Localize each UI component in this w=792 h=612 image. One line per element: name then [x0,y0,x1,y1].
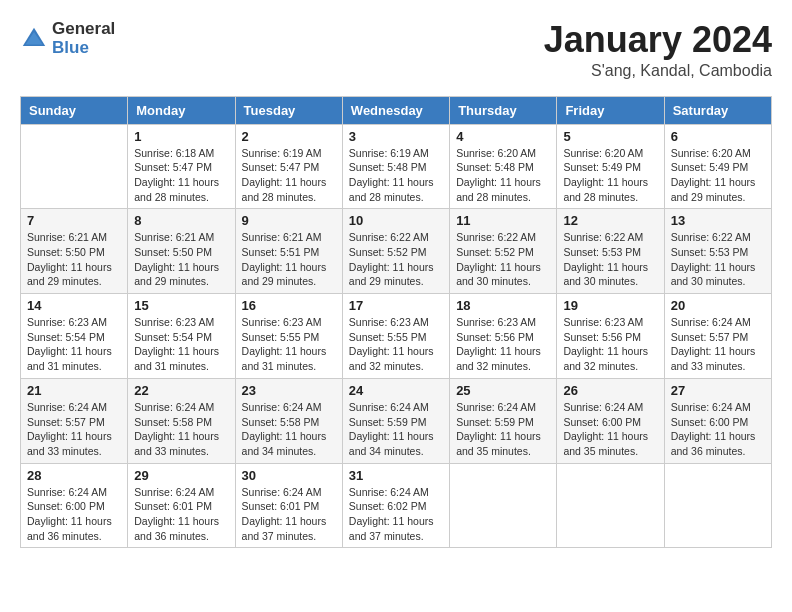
day-number: 13 [671,213,765,228]
calendar-cell: 24Sunrise: 6:24 AM Sunset: 5:59 PM Dayli… [342,378,449,463]
column-header-monday: Monday [128,96,235,124]
day-number: 27 [671,383,765,398]
day-info: Sunrise: 6:19 AM Sunset: 5:48 PM Dayligh… [349,146,443,205]
day-info: Sunrise: 6:24 AM Sunset: 6:01 PM Dayligh… [134,485,228,544]
calendar-cell: 28Sunrise: 6:24 AM Sunset: 6:00 PM Dayli… [21,463,128,548]
day-number: 4 [456,129,550,144]
day-number: 23 [242,383,336,398]
calendar-cell: 2Sunrise: 6:19 AM Sunset: 5:47 PM Daylig… [235,124,342,209]
column-header-saturday: Saturday [664,96,771,124]
column-header-tuesday: Tuesday [235,96,342,124]
calendar-cell [21,124,128,209]
header: General Blue January 2024 S'ang, Kandal,… [20,20,772,80]
calendar-cell: 20Sunrise: 6:24 AM Sunset: 5:57 PM Dayli… [664,294,771,379]
day-info: Sunrise: 6:24 AM Sunset: 6:00 PM Dayligh… [27,485,121,544]
day-number: 20 [671,298,765,313]
calendar-cell: 3Sunrise: 6:19 AM Sunset: 5:48 PM Daylig… [342,124,449,209]
day-info: Sunrise: 6:24 AM Sunset: 5:59 PM Dayligh… [349,400,443,459]
calendar-cell: 10Sunrise: 6:22 AM Sunset: 5:52 PM Dayli… [342,209,449,294]
calendar-cell: 26Sunrise: 6:24 AM Sunset: 6:00 PM Dayli… [557,378,664,463]
subtitle: S'ang, Kandal, Cambodia [544,62,772,80]
day-number: 17 [349,298,443,313]
day-number: 19 [563,298,657,313]
day-number: 18 [456,298,550,313]
day-info: Sunrise: 6:24 AM Sunset: 6:00 PM Dayligh… [563,400,657,459]
day-info: Sunrise: 6:21 AM Sunset: 5:51 PM Dayligh… [242,230,336,289]
day-number: 9 [242,213,336,228]
day-number: 30 [242,468,336,483]
day-number: 21 [27,383,121,398]
calendar-cell: 13Sunrise: 6:22 AM Sunset: 5:53 PM Dayli… [664,209,771,294]
day-info: Sunrise: 6:23 AM Sunset: 5:56 PM Dayligh… [456,315,550,374]
calendar-cell: 18Sunrise: 6:23 AM Sunset: 5:56 PM Dayli… [450,294,557,379]
day-number: 14 [27,298,121,313]
calendar-cell: 4Sunrise: 6:20 AM Sunset: 5:48 PM Daylig… [450,124,557,209]
calendar-cell: 9Sunrise: 6:21 AM Sunset: 5:51 PM Daylig… [235,209,342,294]
day-number: 31 [349,468,443,483]
day-info: Sunrise: 6:24 AM Sunset: 5:58 PM Dayligh… [134,400,228,459]
calendar-body: 1Sunrise: 6:18 AM Sunset: 5:47 PM Daylig… [21,124,772,548]
calendar-cell: 7Sunrise: 6:21 AM Sunset: 5:50 PM Daylig… [21,209,128,294]
day-number: 2 [242,129,336,144]
column-header-wednesday: Wednesday [342,96,449,124]
day-number: 15 [134,298,228,313]
day-number: 5 [563,129,657,144]
calendar-cell: 19Sunrise: 6:23 AM Sunset: 5:56 PM Dayli… [557,294,664,379]
calendar-cell: 29Sunrise: 6:24 AM Sunset: 6:01 PM Dayli… [128,463,235,548]
day-info: Sunrise: 6:22 AM Sunset: 5:52 PM Dayligh… [456,230,550,289]
day-info: Sunrise: 6:24 AM Sunset: 5:57 PM Dayligh… [671,315,765,374]
calendar-cell: 25Sunrise: 6:24 AM Sunset: 5:59 PM Dayli… [450,378,557,463]
logo: General Blue [20,20,115,57]
day-number: 16 [242,298,336,313]
day-info: Sunrise: 6:23 AM Sunset: 5:55 PM Dayligh… [242,315,336,374]
day-number: 25 [456,383,550,398]
calendar-cell [557,463,664,548]
day-info: Sunrise: 6:20 AM Sunset: 5:49 PM Dayligh… [671,146,765,205]
day-info: Sunrise: 6:24 AM Sunset: 5:58 PM Dayligh… [242,400,336,459]
calendar-cell: 6Sunrise: 6:20 AM Sunset: 5:49 PM Daylig… [664,124,771,209]
calendar-cell: 27Sunrise: 6:24 AM Sunset: 6:00 PM Dayli… [664,378,771,463]
day-info: Sunrise: 6:23 AM Sunset: 5:54 PM Dayligh… [134,315,228,374]
day-number: 8 [134,213,228,228]
day-info: Sunrise: 6:21 AM Sunset: 5:50 PM Dayligh… [27,230,121,289]
logo-text-general: General [52,20,115,39]
column-header-friday: Friday [557,96,664,124]
day-info: Sunrise: 6:23 AM Sunset: 5:55 PM Dayligh… [349,315,443,374]
calendar-week-row: 1Sunrise: 6:18 AM Sunset: 5:47 PM Daylig… [21,124,772,209]
day-info: Sunrise: 6:22 AM Sunset: 5:53 PM Dayligh… [671,230,765,289]
day-number: 3 [349,129,443,144]
calendar-cell: 12Sunrise: 6:22 AM Sunset: 5:53 PM Dayli… [557,209,664,294]
calendar-cell: 15Sunrise: 6:23 AM Sunset: 5:54 PM Dayli… [128,294,235,379]
day-info: Sunrise: 6:20 AM Sunset: 5:48 PM Dayligh… [456,146,550,205]
day-number: 12 [563,213,657,228]
day-number: 1 [134,129,228,144]
day-info: Sunrise: 6:24 AM Sunset: 5:59 PM Dayligh… [456,400,550,459]
day-info: Sunrise: 6:23 AM Sunset: 5:56 PM Dayligh… [563,315,657,374]
calendar-cell: 16Sunrise: 6:23 AM Sunset: 5:55 PM Dayli… [235,294,342,379]
day-number: 7 [27,213,121,228]
calendar-cell: 11Sunrise: 6:22 AM Sunset: 5:52 PM Dayli… [450,209,557,294]
day-number: 26 [563,383,657,398]
calendar-cell: 17Sunrise: 6:23 AM Sunset: 5:55 PM Dayli… [342,294,449,379]
day-info: Sunrise: 6:21 AM Sunset: 5:50 PM Dayligh… [134,230,228,289]
title-area: January 2024 S'ang, Kandal, Cambodia [544,20,772,80]
day-info: Sunrise: 6:24 AM Sunset: 6:01 PM Dayligh… [242,485,336,544]
calendar-week-row: 21Sunrise: 6:24 AM Sunset: 5:57 PM Dayli… [21,378,772,463]
day-info: Sunrise: 6:24 AM Sunset: 5:57 PM Dayligh… [27,400,121,459]
logo-icon [20,25,48,53]
calendar-week-row: 28Sunrise: 6:24 AM Sunset: 6:00 PM Dayli… [21,463,772,548]
day-info: Sunrise: 6:23 AM Sunset: 5:54 PM Dayligh… [27,315,121,374]
day-number: 24 [349,383,443,398]
calendar-cell: 14Sunrise: 6:23 AM Sunset: 5:54 PM Dayli… [21,294,128,379]
calendar-week-row: 7Sunrise: 6:21 AM Sunset: 5:50 PM Daylig… [21,209,772,294]
day-info: Sunrise: 6:24 AM Sunset: 6:02 PM Dayligh… [349,485,443,544]
day-info: Sunrise: 6:22 AM Sunset: 5:53 PM Dayligh… [563,230,657,289]
day-info: Sunrise: 6:18 AM Sunset: 5:47 PM Dayligh… [134,146,228,205]
calendar-cell: 5Sunrise: 6:20 AM Sunset: 5:49 PM Daylig… [557,124,664,209]
calendar-cell: 31Sunrise: 6:24 AM Sunset: 6:02 PM Dayli… [342,463,449,548]
calendar-cell [450,463,557,548]
calendar-cell: 30Sunrise: 6:24 AM Sunset: 6:01 PM Dayli… [235,463,342,548]
day-info: Sunrise: 6:22 AM Sunset: 5:52 PM Dayligh… [349,230,443,289]
day-info: Sunrise: 6:19 AM Sunset: 5:47 PM Dayligh… [242,146,336,205]
day-number: 10 [349,213,443,228]
